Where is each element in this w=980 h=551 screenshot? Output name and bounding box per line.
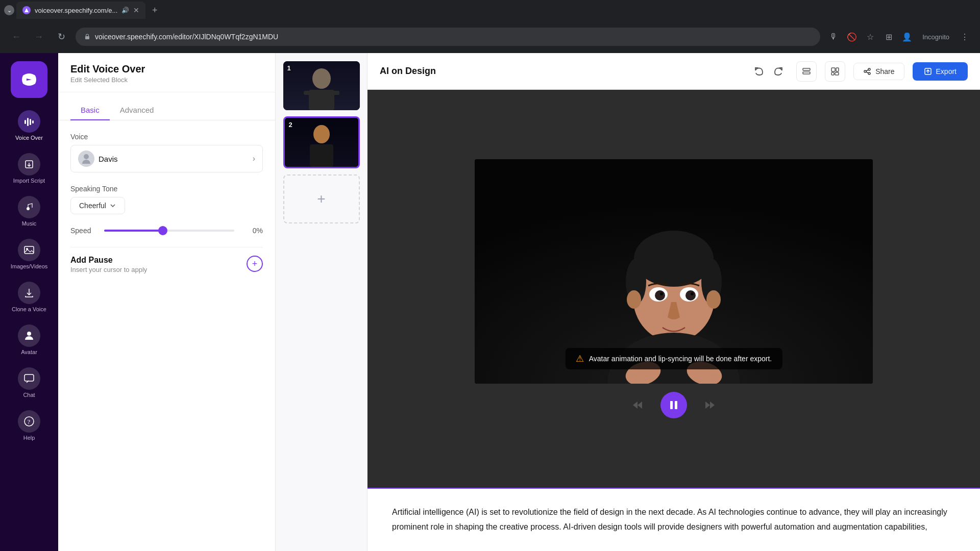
microphone-button[interactable]: 🎙 bbox=[826, 30, 841, 44]
svg-rect-0 bbox=[85, 36, 89, 39]
sidebar-item-avatar[interactable]: Avatar bbox=[6, 320, 52, 359]
speed-slider[interactable] bbox=[104, 230, 234, 232]
app-container: Voice Over Import Script Music bbox=[0, 53, 980, 551]
skip-forward-button[interactable] bbox=[699, 395, 720, 415]
add-slide-button[interactable]: + bbox=[283, 174, 360, 223]
svg-point-18 bbox=[313, 125, 330, 143]
svg-point-14 bbox=[312, 68, 331, 89]
icon-sidebar: Voice Over Import Script Music bbox=[0, 53, 58, 551]
forward-button[interactable]: → bbox=[31, 29, 47, 45]
tone-button[interactable]: Cheerful bbox=[70, 197, 125, 214]
share-label: Share bbox=[875, 67, 894, 76]
speed-thumb bbox=[158, 226, 167, 235]
voice-label: Voice bbox=[70, 133, 263, 141]
skip-backward-icon bbox=[632, 399, 644, 411]
svg-rect-4 bbox=[32, 120, 34, 123]
svg-rect-21 bbox=[803, 72, 810, 74]
app-logo bbox=[11, 61, 47, 98]
url-bar[interactable]: voiceover.speechify.com/editor/XIJlDNq0W… bbox=[76, 28, 820, 46]
help-icon: ? bbox=[18, 410, 40, 433]
tab-close-button[interactable]: ✕ bbox=[133, 6, 139, 14]
speaking-tone-form-row: Speaking Tone Cheerful bbox=[70, 185, 263, 214]
refresh-button[interactable]: ↻ bbox=[53, 29, 69, 45]
sidebar-item-music[interactable]: Music bbox=[6, 192, 52, 231]
svg-rect-1 bbox=[24, 120, 26, 124]
layers-button[interactable] bbox=[796, 61, 817, 82]
add-slide-icon: + bbox=[317, 191, 325, 207]
url-text: voiceover.speechify.com/editor/XIJlDNq0W… bbox=[95, 33, 278, 41]
svg-point-44 bbox=[655, 290, 665, 300]
svg-rect-10 bbox=[24, 374, 34, 381]
skip-backward-button[interactable] bbox=[628, 395, 648, 415]
svg-text:?: ? bbox=[28, 418, 31, 425]
bookmark-button[interactable]: ☆ bbox=[863, 30, 877, 44]
sidebar-item-help[interactable]: ? Help bbox=[6, 406, 52, 445]
active-tab[interactable]: voiceover.speechify.com/e... 🔊 ✕ bbox=[16, 2, 145, 19]
tab-group-button[interactable]: ⌄ bbox=[4, 5, 14, 15]
voice-selector[interactable]: Davis › bbox=[70, 145, 263, 172]
main-content: AI on Design bbox=[368, 53, 980, 551]
sidebar-item-import-script[interactable]: Import Script bbox=[6, 149, 52, 188]
question-mark-icon: ? bbox=[23, 416, 35, 427]
person-icon bbox=[23, 330, 35, 341]
redo-button[interactable] bbox=[770, 62, 788, 81]
project-title: AI on Design bbox=[380, 66, 741, 77]
import-icon bbox=[23, 159, 35, 170]
sidebar-music-label: Music bbox=[22, 220, 37, 227]
undo-button[interactable] bbox=[749, 62, 768, 81]
sidebar-images-videos-label: Images/Videos bbox=[11, 263, 48, 269]
lock-icon bbox=[84, 33, 91, 40]
svg-rect-19 bbox=[310, 144, 333, 167]
images-videos-icon bbox=[18, 239, 40, 261]
extension-button[interactable]: ⊞ bbox=[881, 30, 896, 44]
pause-icon bbox=[668, 399, 680, 411]
music-note-icon bbox=[23, 202, 35, 213]
tab-advanced[interactable]: Advanced bbox=[110, 101, 164, 120]
sidebar-item-chat[interactable]: Chat bbox=[6, 363, 52, 402]
top-bar: AI on Design bbox=[368, 53, 980, 90]
slide-item-1[interactable]: 1 bbox=[283, 61, 360, 110]
svg-rect-7 bbox=[24, 246, 34, 254]
layout-button[interactable] bbox=[825, 61, 845, 82]
speed-fill bbox=[104, 230, 163, 232]
chat-icon bbox=[18, 367, 40, 390]
svg-marker-56 bbox=[710, 402, 715, 409]
new-tab-button[interactable]: + bbox=[148, 3, 162, 17]
tone-chevron-icon bbox=[109, 202, 116, 209]
slide-1-thumbnail bbox=[283, 61, 360, 110]
tone-value: Cheerful bbox=[79, 202, 106, 210]
sidebar-avatar-label: Avatar bbox=[21, 349, 37, 355]
svg-rect-53 bbox=[670, 401, 673, 409]
camera-off-button[interactable]: 🚫 bbox=[845, 30, 859, 44]
tab-title: voiceover.speechify.com/e... bbox=[35, 7, 117, 14]
export-icon bbox=[924, 67, 932, 76]
tab-basic[interactable]: Basic bbox=[70, 101, 110, 120]
share-icon bbox=[863, 67, 871, 76]
slide-item-2[interactable]: 2 bbox=[283, 116, 360, 168]
svg-rect-16 bbox=[304, 91, 314, 95]
add-pause-row: Add Pause Insert your cursor to apply + bbox=[70, 247, 263, 282]
svg-point-45 bbox=[685, 290, 696, 300]
layers-icon bbox=[802, 67, 811, 76]
slide-2-thumbnail bbox=[285, 118, 358, 167]
panel-header: Edit Voice Over Edit Selected Block bbox=[58, 53, 275, 92]
sidebar-item-voice-over[interactable]: Voice Over bbox=[6, 106, 52, 145]
share-button[interactable]: Share bbox=[853, 63, 904, 80]
voice-name: Davis bbox=[99, 155, 118, 163]
waveform-icon bbox=[23, 116, 35, 127]
pause-button[interactable] bbox=[660, 392, 687, 418]
script-area[interactable]: Artificial intelligence (AI) is set to r… bbox=[368, 488, 980, 551]
sidebar-item-images-videos[interactable]: Images/Videos bbox=[6, 235, 52, 273]
profile-button[interactable]: 👤 bbox=[900, 30, 914, 44]
add-pause-button[interactable]: + bbox=[247, 256, 263, 272]
svg-rect-3 bbox=[30, 119, 31, 125]
svg-point-40 bbox=[627, 290, 641, 309]
speed-form-row: Speed 0% bbox=[70, 227, 263, 235]
svg-point-46 bbox=[660, 292, 663, 295]
sidebar-item-clone-voice[interactable]: Clone a Voice bbox=[6, 278, 52, 316]
more-button[interactable]: ⋮ bbox=[958, 30, 972, 44]
redo-icon bbox=[774, 66, 784, 77]
svg-marker-51 bbox=[633, 402, 638, 409]
back-button[interactable]: ← bbox=[8, 29, 24, 45]
export-button[interactable]: Export bbox=[913, 62, 968, 81]
